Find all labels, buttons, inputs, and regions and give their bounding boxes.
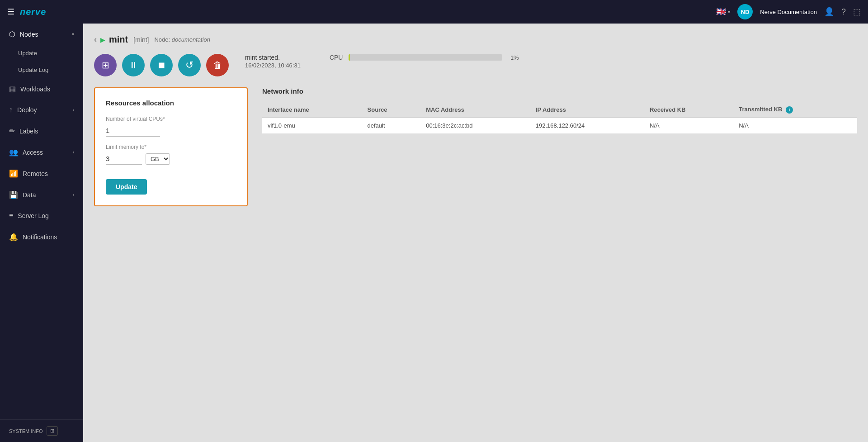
restart-icon: ↺ xyxy=(185,59,193,71)
col-source: Source xyxy=(362,102,421,117)
cell-source: default xyxy=(362,117,421,133)
help-icon[interactable]: ? xyxy=(841,7,846,17)
cell-ip: 192.168.122.60/24 xyxy=(530,117,644,133)
sidebar-label-workloads: Workloads xyxy=(20,86,50,93)
sidebar-label-labels: Labels xyxy=(19,128,38,135)
col-ip: IP Address xyxy=(530,102,644,117)
col-transmitted: Transmitted KB i xyxy=(733,102,857,117)
chevron-right-icon: › xyxy=(73,108,74,113)
sidebar-item-labels[interactable]: ✏ Labels xyxy=(0,120,83,142)
play-icon: ▶ xyxy=(100,36,105,43)
workloads-icon: ▦ xyxy=(9,85,16,93)
stop-icon: ⏹ xyxy=(157,60,166,71)
node-tag: [mint] xyxy=(133,36,149,43)
layers-button[interactable]: ⊞ xyxy=(94,54,117,76)
language-selector[interactable]: 🇬🇧 ▾ xyxy=(716,7,730,17)
page-title: mint xyxy=(109,34,128,45)
cell-transmitted: N/A xyxy=(733,117,857,133)
col-mac: MAC Address xyxy=(420,102,530,117)
delete-icon: 🗑 xyxy=(213,60,222,71)
sidebar-label-server-log: Server Log xyxy=(18,212,48,219)
remotes-icon: 📶 xyxy=(9,169,18,178)
pause-icon: ⏸ xyxy=(129,60,138,71)
sidebar-label-notifications: Notifications xyxy=(23,233,57,241)
deploy-icon: ↑ xyxy=(9,106,13,114)
network-table: Interface name Source MAC Address IP Add… xyxy=(262,102,857,133)
update-button[interactable]: Update xyxy=(106,179,147,195)
sidebar-item-deploy[interactable]: ↑ Deploy › xyxy=(0,100,83,120)
network-title: Network info xyxy=(262,87,857,95)
sidebar-item-data[interactable]: 💾 Data › xyxy=(0,184,83,205)
system-info-button[interactable]: ⊞ xyxy=(47,426,58,436)
col-interface: Interface name xyxy=(262,102,362,117)
action-row: ⊞ ⏸ ⏹ ↺ 🗑 mint started. 16/02/2023, 10:4… xyxy=(94,54,857,76)
action-status: mint started. 16/02/2023, 10:46:31 xyxy=(245,54,301,69)
topbar: ☰ nerve 🇬🇧 ▾ ND Nerve Documentation 👤 ? … xyxy=(0,0,868,24)
sidebar: ⬡ Nodes ▾ Update Update Log ▦ Workloads … xyxy=(0,24,83,442)
sidebar-item-notifications[interactable]: 🔔 Notifications xyxy=(0,226,83,247)
nodes-icon: ⬡ xyxy=(9,30,15,38)
cpu-section: CPU 1% xyxy=(330,54,519,74)
sidebar-item-update[interactable]: Update xyxy=(0,45,83,62)
sidebar-label-deploy: Deploy xyxy=(17,106,37,114)
memory-field: Limit memory to* MB GB TB xyxy=(106,144,236,165)
layers-icon: ⊞ xyxy=(102,60,109,71)
cpu-label: CPU xyxy=(330,54,343,61)
avatar[interactable]: ND xyxy=(737,4,753,19)
resources-title: Resources allocation xyxy=(106,99,236,107)
system-info-label: SYSTEM INFO xyxy=(9,428,43,434)
transmitted-info-icon[interactable]: i xyxy=(786,106,793,114)
menu-icon[interactable]: ☰ xyxy=(7,7,14,17)
topbar-right: 🇬🇧 ▾ ND Nerve Documentation 👤 ? ⬚ xyxy=(716,4,861,19)
stop-button[interactable]: ⏹ xyxy=(150,54,173,76)
vcpu-label: Number of virtual CPUs* xyxy=(106,116,236,122)
sidebar-label-data: Data xyxy=(23,191,36,199)
table-row: vif1.0-emu default 00:16:3e:2c:ac:bd 192… xyxy=(262,117,857,133)
pause-button[interactable]: ⏸ xyxy=(122,54,145,76)
col-received: Received KB xyxy=(644,102,733,117)
memory-unit-select[interactable]: MB GB TB xyxy=(146,153,170,165)
user-icon[interactable]: 👤 xyxy=(824,7,834,17)
memory-row: MB GB TB xyxy=(106,153,236,165)
node-subtitle: Node: documentation xyxy=(154,36,210,43)
layout: ⬡ Nodes ▾ Update Update Log ▦ Workloads … xyxy=(0,24,868,442)
sidebar-item-update-log[interactable]: Update Log xyxy=(0,62,83,78)
delete-button[interactable]: 🗑 xyxy=(206,54,229,76)
memory-input[interactable] xyxy=(106,153,142,165)
sidebar-label-nodes: Nodes xyxy=(20,31,38,38)
notifications-icon: 🔔 xyxy=(9,233,18,241)
left-panel: Resources allocation Number of virtual C… xyxy=(94,87,248,206)
sidebar-label-access: Access xyxy=(23,149,43,156)
labels-icon: ✏ xyxy=(9,127,15,135)
cell-received: N/A xyxy=(644,117,733,133)
cpu-percent: 1% xyxy=(510,54,519,61)
back-button[interactable]: ‹ xyxy=(94,35,97,44)
app-logo: nerve xyxy=(20,7,46,17)
logout-icon[interactable]: ⬚ xyxy=(853,7,861,17)
memory-label: Limit memory to* xyxy=(106,144,236,150)
chevron-down-icon: ▾ xyxy=(72,32,74,37)
page-header: ‹ ▶ mint [mint] Node: documentation xyxy=(94,34,857,45)
resources-card: Resources allocation Number of virtual C… xyxy=(94,87,248,206)
chevron-right-icon: › xyxy=(73,192,74,197)
cpu-bar-fill xyxy=(349,54,350,61)
cell-interface: vif1.0-emu xyxy=(262,117,362,133)
sidebar-item-nodes[interactable]: ⬡ Nodes ▾ xyxy=(0,24,83,45)
main-content: ‹ ▶ mint [mint] Node: documentation ⊞ ⏸ … xyxy=(83,24,868,442)
sidebar-item-workloads[interactable]: ▦ Workloads xyxy=(0,78,83,100)
sidebar-item-access[interactable]: 👥 Access › xyxy=(0,142,83,163)
sidebar-label-remotes: Remotes xyxy=(23,170,48,177)
vcpu-field: Number of virtual CPUs* xyxy=(106,116,236,137)
status-text: mint started. xyxy=(245,54,301,61)
cpu-bar xyxy=(349,54,502,61)
sidebar-item-remotes[interactable]: 📶 Remotes xyxy=(0,163,83,184)
server-log-icon: ≡ xyxy=(9,212,13,220)
sidebar-item-server-log[interactable]: ≡ Server Log xyxy=(0,205,83,226)
action-buttons: ⊞ ⏸ ⏹ ↺ 🗑 xyxy=(94,54,229,76)
vcpu-input[interactable] xyxy=(106,125,160,137)
restart-button[interactable]: ↺ xyxy=(178,54,201,76)
cell-mac: 00:16:3e:2c:ac:bd xyxy=(420,117,530,133)
doc-link[interactable]: Nerve Documentation xyxy=(760,9,817,15)
data-icon: 💾 xyxy=(9,190,18,199)
chevron-down-icon: ▾ xyxy=(728,10,730,14)
